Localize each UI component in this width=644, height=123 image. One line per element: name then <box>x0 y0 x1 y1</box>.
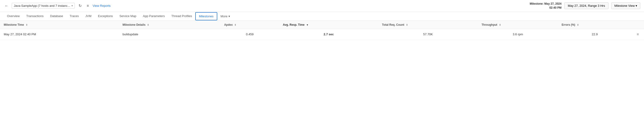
cell-apdex: 0.459 <box>220 29 279 40</box>
col-errors-pct-label: Errors (%) <box>562 23 575 26</box>
nav-item-app-parameters[interactable]: App Parameters <box>140 12 168 20</box>
sort-icon-avg-resp-time: ▼ <box>306 24 309 26</box>
col-throughput[interactable]: Throughput ⇕ <box>478 21 558 29</box>
nav-item-database[interactable]: Database <box>47 12 66 20</box>
cell-errors-pct: 22.9 <box>558 29 632 40</box>
nav-item-service-map[interactable]: Service Map <box>116 12 140 20</box>
more-label: More <box>220 14 228 18</box>
milestone-label: Milestone: May 27, 2024 <box>530 2 562 6</box>
table-container: Milestone Time ⇕ Milestone Details ⇕ Apd… <box>0 21 644 40</box>
cell-throughput: 3.6 rpm <box>478 29 558 40</box>
cell-milestone-time: May 27, 2024 02:40 PM <box>0 29 119 40</box>
sort-icon-total-req-count: ⇕ <box>406 24 408 26</box>
col-avg-resp-time[interactable]: Avg. Resp. Time ▼ <box>279 21 378 29</box>
nav-item-thread-profiles[interactable]: Thread Profiles <box>168 12 195 20</box>
col-avg-resp-time-label: Avg. Resp. Time <box>283 23 304 26</box>
col-total-req-count-label: Total Req. Count <box>382 23 404 26</box>
col-apdex[interactable]: Apdex ⇕ <box>220 21 279 29</box>
more-chevron-icon: ▾ <box>228 14 230 18</box>
cell-avg-resp-time: 2.7 sec <box>279 29 378 40</box>
sort-icon-apdex: ⇕ <box>234 24 236 26</box>
cell-milestone-details: buildupdate <box>119 29 220 40</box>
nav-item-milestones[interactable]: Milestones <box>195 12 217 20</box>
chevron-down-icon: ▾ <box>72 4 73 7</box>
table-row: May 27, 2024 02:40 PM buildupdate 0.459 … <box>0 29 644 40</box>
app-selector[interactable]: Java-SampleApp (7 hosts and 7 instanc...… <box>12 3 75 9</box>
refresh-button[interactable]: ↻ <box>77 3 83 8</box>
sort-icon-throughput: ⇕ <box>499 24 501 26</box>
col-actions <box>632 21 644 29</box>
back-button[interactable]: ← <box>4 3 9 8</box>
col-throughput-label: Throughput <box>482 23 497 26</box>
sort-icon-errors-pct: ⇕ <box>577 24 579 26</box>
col-total-req-count[interactable]: Total Req. Count ⇕ <box>378 21 478 29</box>
top-bar-right: Milestone: May 27, 2024 02:40 PM May 27,… <box>530 2 640 10</box>
nav-bar: Overview Transactions Database Traces JV… <box>0 12 644 21</box>
view-reports-link[interactable]: View Reports <box>92 4 110 8</box>
app-name-text: Java-SampleApp (7 hosts and 7 instanc... <box>14 4 70 8</box>
milestone-info: Milestone: May 27, 2024 02:40 PM <box>530 2 562 10</box>
col-apdex-label: Apdex <box>224 23 233 26</box>
milestone-range-display[interactable]: May 27, 2024, Range 3 Hrs <box>564 2 608 9</box>
milestones-table: Milestone Time ⇕ Milestone Details ⇕ Apd… <box>0 21 644 40</box>
milestone-view-button[interactable]: Milestone View ▾ <box>611 2 640 9</box>
nav-item-transactions[interactable]: Transactions <box>23 12 47 20</box>
nav-more[interactable]: More ▾ <box>217 12 233 20</box>
sort-icon-milestone-details: ⇕ <box>147 24 149 26</box>
nav-item-jvm[interactable]: JVM <box>82 12 95 20</box>
col-milestone-time[interactable]: Milestone Time ⇕ <box>0 21 119 29</box>
nav-item-traces[interactable]: Traces <box>66 12 82 20</box>
col-milestone-details-label: Milestone Details <box>122 23 146 26</box>
top-bar: ← Java-SampleApp (7 hosts and 7 instanc.… <box>0 0 644 12</box>
nav-item-exceptions[interactable]: Exceptions <box>95 12 116 20</box>
cell-row-menu[interactable]: ≡ <box>632 29 644 40</box>
sort-icon-milestone-time: ⇕ <box>26 24 28 26</box>
row-menu-button[interactable]: ≡ <box>635 32 640 37</box>
nav-item-overview[interactable]: Overview <box>4 12 23 20</box>
cell-total-req-count: 57.70K <box>378 29 478 40</box>
col-milestone-time-label: Milestone Time <box>4 23 24 26</box>
col-milestone-details[interactable]: Milestone Details ⇕ <box>119 21 220 29</box>
list-icon-button[interactable]: ≡ <box>85 3 90 8</box>
col-errors-pct[interactable]: Errors (%) ⇕ <box>558 21 632 29</box>
milestone-time: 02:40 PM <box>530 6 562 10</box>
